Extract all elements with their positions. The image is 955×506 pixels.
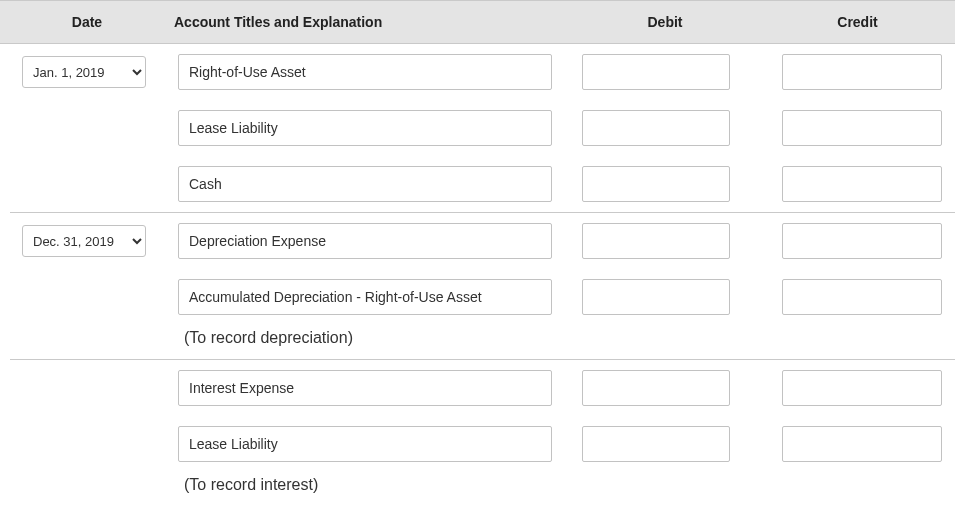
col-header-credit: Credit — [760, 14, 955, 30]
col-header-account: Account Titles and Explanation — [170, 14, 570, 30]
account-input[interactable] — [178, 54, 552, 90]
account-input[interactable] — [178, 110, 552, 146]
table-row: Jan. 1, 2019 Dec. 31, 2019 — [0, 44, 955, 100]
table-row — [0, 269, 955, 325]
debit-input[interactable] — [582, 370, 730, 406]
table-header: Date Account Titles and Explanation Debi… — [0, 0, 955, 44]
credit-input[interactable] — [782, 110, 942, 146]
debit-input[interactable] — [582, 110, 730, 146]
credit-input[interactable] — [782, 370, 942, 406]
col-header-date: Date — [0, 14, 170, 30]
col-header-debit: Debit — [570, 14, 760, 30]
debit-input[interactable] — [582, 223, 730, 259]
date-select[interactable]: Jan. 1, 2019 Dec. 31, 2019 — [22, 56, 146, 88]
debit-input[interactable] — [582, 166, 730, 202]
account-input[interactable] — [178, 166, 552, 202]
account-input[interactable] — [178, 223, 552, 259]
explanation-text: (To record depreciation) — [178, 329, 353, 347]
account-input[interactable] — [178, 426, 552, 462]
credit-input[interactable] — [782, 426, 942, 462]
credit-input[interactable] — [782, 54, 942, 90]
explanation-row: (To record depreciation) — [0, 325, 955, 359]
explanation-row: (To record interest) — [0, 472, 955, 506]
table-row: Jan. 1, 2019 Dec. 31, 2019 — [0, 213, 955, 269]
table-row — [0, 156, 955, 212]
credit-input[interactable] — [782, 223, 942, 259]
table-row — [0, 360, 955, 416]
debit-input[interactable] — [582, 279, 730, 315]
explanation-text: (To record interest) — [178, 476, 318, 494]
table-row — [0, 100, 955, 156]
debit-input[interactable] — [582, 426, 730, 462]
debit-input[interactable] — [582, 54, 730, 90]
credit-input[interactable] — [782, 279, 942, 315]
journal-entry-table: Date Account Titles and Explanation Debi… — [0, 0, 955, 506]
account-input[interactable] — [178, 370, 552, 406]
account-input[interactable] — [178, 279, 552, 315]
credit-input[interactable] — [782, 166, 942, 202]
table-row — [0, 416, 955, 472]
date-select[interactable]: Jan. 1, 2019 Dec. 31, 2019 — [22, 225, 146, 257]
